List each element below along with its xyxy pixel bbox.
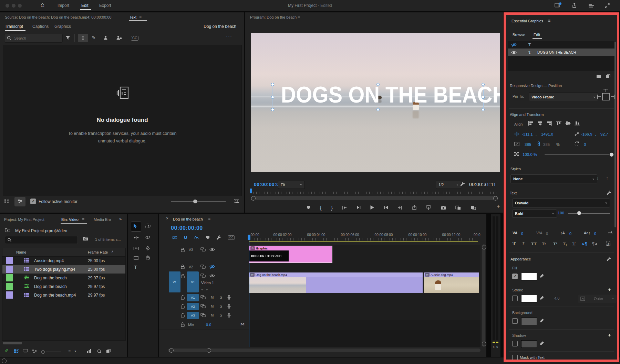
tab-bin-video[interactable]: Bin: Video <box>61 217 79 222</box>
timeline-marker-icon[interactable] <box>206 235 210 239</box>
shadow-eyedropper-icon[interactable] <box>540 341 544 345</box>
program-video-frame[interactable]: DOGS ON THE BEACH <box>251 33 500 172</box>
align-center-h-icon[interactable] <box>537 121 543 126</box>
bin-row-selected[interactable]: Two dogs playing.mp4 25.00 fps <box>2 265 125 274</box>
faux-bold-icon[interactable]: T <box>513 241 516 247</box>
audio-meter[interactable]: s s <box>490 214 501 358</box>
go-to-in-icon[interactable] <box>342 205 347 210</box>
font-size-slider-knob[interactable] <box>577 211 581 215</box>
sync-lock-icon[interactable] <box>200 304 206 308</box>
track-target-a3[interactable]: A3 <box>187 312 199 319</box>
captions-cc-icon[interactable]: CC <box>131 36 138 41</box>
bin-breadcrumb[interactable]: My First Project.prproj\Video <box>15 228 67 233</box>
sort-icon[interactable]: ≡ <box>68 349 71 353</box>
shadow-color-swatch[interactable] <box>521 340 537 348</box>
lock-icon[interactable] <box>181 265 185 269</box>
type-tool-icon[interactable]: T <box>134 265 137 270</box>
voiceover-mic-icon[interactable] <box>227 295 231 300</box>
label-color-swatch[interactable] <box>6 274 13 281</box>
bin-item-name[interactable]: Dog on the beach <box>34 284 67 289</box>
stroke-color-swatch[interactable] <box>521 295 537 302</box>
tab-edit[interactable]: Edit <box>534 33 540 37</box>
all-caps-icon[interactable]: TT <box>531 241 537 247</box>
bin-item-name[interactable]: Aussie dog.mp4 <box>34 258 64 263</box>
fill-eyedropper-icon[interactable] <box>540 274 544 278</box>
eg-panel-menu-icon[interactable]: ≡ <box>548 19 550 23</box>
handle-top-right[interactable] <box>482 83 485 86</box>
add-shadow-icon[interactable]: + <box>608 332 611 338</box>
zoom-slider-knob[interactable] <box>193 199 197 204</box>
style-sync-up-icon[interactable]: ↑ <box>606 175 609 181</box>
voiceover-mic-icon[interactable] <box>227 313 231 318</box>
go-to-out-icon[interactable] <box>397 205 402 210</box>
follow-monitor-checkbox[interactable]: ✓ <box>30 199 36 204</box>
text-justify-last-center-icon[interactable] <box>562 220 564 224</box>
font-family-dropdown[interactable]: Oswald∨ <box>512 199 610 207</box>
layer-visibility-off-icon[interactable] <box>511 43 517 47</box>
timeline-settings-wrench-icon[interactable] <box>216 235 221 240</box>
add-stroke-icon[interactable]: + <box>608 287 611 292</box>
rotation-value[interactable]: 0 <box>584 142 586 147</box>
scale-x-value[interactable]: 385 <box>525 142 531 147</box>
mute-button[interactable]: M <box>211 296 214 299</box>
bin-row[interactable]: Dog on the beach.mp4 29.97 fps <box>2 291 125 299</box>
workspaces-menu-icon[interactable] <box>588 3 594 8</box>
ripple-edit-tool-icon[interactable] <box>134 235 139 240</box>
small-caps-icon[interactable]: Tt <box>542 241 546 247</box>
timeline-ruler[interactable]: :00:00 00:00:02:00 00:00:04:00 00:00:06:… <box>249 232 480 241</box>
find-icon[interactable] <box>97 349 102 354</box>
layer-row-hidden[interactable]: T <box>508 41 614 49</box>
sync-lock-icon[interactable] <box>200 247 206 251</box>
label-color-swatch[interactable] <box>6 291 13 299</box>
handle-mid-left[interactable] <box>271 96 274 99</box>
multi-camera-icon[interactable] <box>471 205 476 210</box>
creative-cloud-sync-icon[interactable] <box>2 358 7 363</box>
ltr-paragraph-icon[interactable]: ▸¶ <box>582 241 587 246</box>
text-align-right-icon[interactable] <box>531 220 536 224</box>
lift-icon[interactable] <box>412 205 417 210</box>
new-layer-icon[interactable] <box>606 74 610 78</box>
bin-item-name[interactable]: Two dogs playing.mp4 <box>34 267 75 272</box>
handle-mid-right[interactable] <box>482 96 485 99</box>
timeline-cc-icon[interactable]: CC <box>228 235 235 240</box>
fill-color-swatch[interactable] <box>521 273 537 280</box>
baseline-shift-value[interactable]: 0 <box>594 232 596 236</box>
text-settings-wrench-icon[interactable] <box>607 190 611 195</box>
settings-sliders-icon[interactable] <box>234 199 239 203</box>
track-output-eye-icon[interactable] <box>209 274 215 278</box>
bin-item-name[interactable]: Dog on the beach <box>34 276 67 280</box>
background-eyedropper-icon[interactable] <box>540 318 544 323</box>
voiceover-mic-icon[interactable] <box>227 304 231 309</box>
mute-button[interactable]: M <box>211 313 214 317</box>
tracking-value[interactable]: 0 <box>521 232 523 236</box>
more-panels-icon[interactable]: » <box>119 217 122 221</box>
source-patch-v1[interactable]: V1 <box>169 271 180 292</box>
freeform-view-icon[interactable] <box>32 349 37 354</box>
timeline-h-scrollbar[interactable] <box>168 349 480 352</box>
play-icon[interactable] <box>370 205 374 210</box>
lock-icon[interactable] <box>181 295 185 300</box>
mark-out-icon[interactable]: } <box>331 205 333 210</box>
font-size-value[interactable]: 100 <box>558 211 564 215</box>
opacity-slider-knob[interactable] <box>609 152 614 157</box>
track-output-eye-icon[interactable] <box>209 248 215 251</box>
label-color-swatch[interactable] <box>6 257 13 264</box>
add-marker-icon[interactable] <box>307 205 310 210</box>
button-editor-plus-icon[interactable]: + <box>497 204 500 209</box>
appearance-settings-wrench-icon[interactable] <box>607 256 611 261</box>
opacity-slider-track[interactable] <box>545 154 612 155</box>
more-options-icon[interactable]: ··· <box>226 34 232 39</box>
keyframe-nav-icons[interactable]: ◂ ○ ▸ <box>201 288 208 291</box>
pencil-icon[interactable]: ✎ <box>92 35 96 40</box>
program-scrollbar-right-handle[interactable] <box>493 196 498 201</box>
tab-text[interactable]: Text <box>130 15 136 19</box>
project-writable-icon[interactable]: ✎ <box>4 349 9 353</box>
mark-in-icon[interactable]: { <box>320 205 321 210</box>
handle-bottom-center[interactable] <box>376 108 380 111</box>
timeline-v-scrollbar-bottom-handle[interactable] <box>482 342 486 346</box>
lock-icon[interactable] <box>181 248 185 252</box>
bin-row[interactable]: Dog on the beach 29.97 fps <box>2 274 125 282</box>
tab-sequence[interactable]: Dog on the beach <box>173 217 203 221</box>
new-bin-icon[interactable] <box>106 349 111 353</box>
position-x-value[interactable]: -311.1 <box>522 132 533 136</box>
